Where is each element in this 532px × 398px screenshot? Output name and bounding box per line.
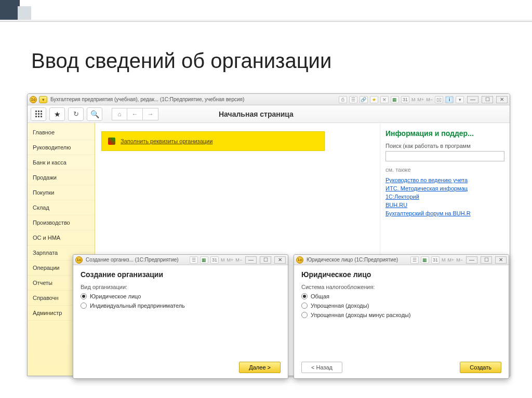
mem-m[interactable]: M [411, 97, 416, 102]
dlg2-close[interactable]: ✕ [495, 256, 507, 264]
dlg1-heading: Создание организации [81, 270, 281, 279]
dlg1-max[interactable]: ☐ [260, 256, 271, 264]
radio-icon [301, 303, 308, 309]
dlg2-opt3-label: Упрощенная (доходы минус расходы) [311, 312, 410, 318]
dlg1-opt1-label: Юридическое лицо [90, 293, 141, 299]
dlg2-opt-simplified-income[interactable]: Упрощенная (доходы) [301, 303, 501, 309]
tb-calendar-icon[interactable]: 31 [401, 96, 409, 103]
titlebar-back-button[interactable]: ▾ [39, 96, 47, 103]
dlg2-mm[interactable]: M− [456, 257, 463, 263]
dlg2-doc-icon[interactable]: ☰ [410, 256, 419, 264]
sidebar-item-purchases[interactable]: Покупки [28, 185, 95, 200]
dlg1-mm[interactable]: M− [235, 257, 242, 263]
back-button[interactable]: ← [127, 108, 143, 120]
radio-icon [81, 293, 87, 299]
dlg2-heading: Юридическое лицо [301, 270, 501, 279]
info-title: Информация и поддер... [385, 129, 504, 138]
dlg1-calc-icon[interactable]: ▦ [200, 256, 208, 264]
dlg2-label: Система налогообложения: [301, 284, 501, 290]
dlg2-calc-icon[interactable]: ▦ [421, 256, 429, 264]
radio-icon [301, 312, 308, 318]
dlg1-opt2-label: Индивидуальный предприниматель [90, 303, 185, 309]
dlg1-close[interactable]: ✕ [274, 256, 286, 264]
slide-top-line [0, 20, 532, 22]
fill-org-link[interactable]: Заполнить реквизиты организации [121, 138, 212, 144]
search-label: Поиск (как работать в программ [385, 143, 504, 149]
radio-icon [81, 303, 87, 309]
tb-doc-icon[interactable]: ☰ [349, 96, 357, 103]
dlg2-opt1-label: Общая [311, 293, 329, 299]
info-link-buhru[interactable]: BUH.RU [385, 202, 504, 208]
info-link-lectory[interactable]: 1С:Лекторий [385, 194, 504, 200]
dlg2-opt2-label: Упрощенная (доходы) [311, 303, 369, 309]
dlg1-opt-individual[interactable]: Индивидуальный предприниматель [81, 303, 281, 309]
dlg2-cal-icon[interactable]: 31 [431, 256, 440, 264]
dlg2-opt-simplified-income-expense[interactable]: Упрощенная (доходы минус расходы) [301, 312, 501, 318]
dlg1-cal-icon[interactable]: 31 [210, 256, 219, 264]
sidebar-item-production[interactable]: Производство [28, 215, 95, 230]
dlg1-icon: 1c [75, 256, 83, 264]
apps-button[interactable] [31, 107, 46, 121]
dlg1-titlebar: 1c Создание организ... (1С:Предприятие) … [73, 255, 288, 265]
sidebar-item-sales[interactable]: Продажи [28, 170, 95, 185]
create-org-dialog: 1c Создание организ... (1С:Предприятие) … [73, 254, 288, 379]
search-input[interactable] [385, 151, 504, 161]
dlg2-title: Юридическое лицо (1С:Предприятие) [307, 257, 398, 263]
dlg2-m[interactable]: M [442, 257, 446, 263]
sidebar-item-assets[interactable]: ОС и НМА [28, 230, 95, 245]
tb-link-icon[interactable]: 🔗 [360, 96, 368, 103]
dlg1-min[interactable]: — [245, 256, 257, 264]
tb-find-icon[interactable]: ⤧ [380, 96, 389, 103]
dlg1-doc-icon[interactable]: ☰ [190, 256, 198, 264]
dlg2-titlebar: 1c Юридическое лицо (1С:Предприятие) ☰ ▦… [294, 255, 509, 265]
legal-entity-dialog: 1c Юридическое лицо (1С:Предприятие) ☰ ▦… [294, 254, 509, 379]
dlg2-opt-general[interactable]: Общая [301, 293, 501, 299]
home-button[interactable]: ⌂ [112, 108, 127, 120]
dlg1-title: Создание организ... (1С:Предприятие) [86, 257, 179, 263]
nav-group: ⌂ ← → [112, 108, 158, 120]
favorites-button[interactable]: ★ [49, 107, 65, 121]
maximize-button[interactable]: ☐ [482, 96, 493, 103]
info-link-its[interactable]: ИТС. Методическая информац [385, 185, 504, 191]
forward-button[interactable]: → [143, 108, 158, 120]
sidebar-item-bank[interactable]: Банк и касса [28, 155, 95, 170]
history-button[interactable]: ↻ [68, 107, 84, 121]
info-link-guide[interactable]: Руководство по ведению учета [385, 177, 504, 183]
tb-calc-icon[interactable]: ▦ [391, 96, 399, 103]
slide-title: Ввод сведений об организации [31, 49, 331, 73]
dlg1-next-button[interactable]: Далее > [239, 362, 281, 373]
see-also-label: см. также [385, 167, 504, 173]
tb-info-icon[interactable]: i [445, 96, 454, 103]
toolbar: ★ ↻ 🔍 ⌂ ← → Начальная страница [28, 105, 510, 123]
info-link-forum[interactable]: Бухгалтерский форум на BUH.R [385, 210, 504, 216]
mem-mminus[interactable]: M− [426, 97, 433, 102]
dlg2-icon: 1c [296, 256, 303, 264]
minimize-button[interactable]: — [467, 96, 478, 103]
dlg2-max[interactable]: ☐ [481, 256, 492, 264]
dlg1-mp[interactable]: M+ [227, 257, 233, 263]
search-button[interactable]: 🔍 [87, 107, 102, 121]
close-button[interactable]: ✕ [496, 96, 508, 103]
dlg1-m[interactable]: M [221, 257, 225, 263]
app-icon: 1c [30, 96, 37, 103]
page-title: Начальная страница [162, 110, 507, 118]
dlg2-min[interactable]: — [466, 256, 477, 264]
tb-menu-icon[interactable]: ▾ [456, 96, 464, 103]
dlg1-label: Вид организации: [81, 284, 281, 290]
sidebar-item-manager[interactable]: Руководителю [28, 140, 95, 155]
tb-panel-icon[interactable]: ▯▯ [435, 96, 443, 103]
window-title: Бухгалтерия предприятия (учебная), редак… [50, 97, 244, 102]
dlg2-back-button[interactable]: < Назад [301, 362, 342, 373]
tb-print-icon[interactable]: ⎙ [339, 96, 347, 103]
fill-org-banner: Заполнить реквизиты организации [101, 131, 325, 151]
sidebar-item-main[interactable]: Главное [28, 125, 95, 140]
sidebar-item-warehouse[interactable]: Склад [28, 200, 95, 215]
dlg2-create-button[interactable]: Создать [460, 362, 501, 373]
tb-star-icon[interactable]: ★ [370, 96, 378, 103]
radio-icon [301, 293, 308, 299]
slide-decoration [0, 0, 31, 20]
dlg1-opt-legal[interactable]: Юридическое лицо [81, 293, 281, 299]
banner-icon [108, 138, 115, 145]
mem-mplus[interactable]: M+ [417, 97, 424, 102]
dlg2-mp[interactable]: M+ [447, 257, 454, 263]
